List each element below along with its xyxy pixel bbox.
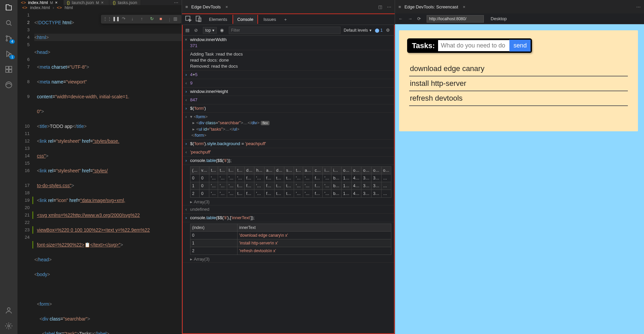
- devtools-titlebar: ≡ Edge DevTools × ◫ ⋯: [182, 0, 395, 13]
- sidebar-toggle-icon[interactable]: ▤: [185, 28, 191, 33]
- console-toolbar: ▤ ⊘ top▾ ◉ Default levels▾ ⬤1 ⚙: [182, 25, 395, 36]
- close-icon[interactable]: ×: [225, 4, 228, 9]
- devtools-title: Edge DevTools: [191, 4, 221, 9]
- screencast-panel: ≡ Edge DevTools: Screencast × ⋯ ← → ⟳ De…: [395, 0, 644, 334]
- code-editor[interactable]: 12345 67 8 9 10111213141516 171819202122…: [17, 10, 182, 334]
- svg-point-1: [6, 36, 7, 37]
- settings-gear-icon[interactable]: ⚙: [386, 28, 391, 33]
- forward-icon[interactable]: →: [408, 16, 413, 21]
- add-tab-icon[interactable]: ＋: [283, 16, 288, 23]
- debug-toolbar: ⋮⋮ ❚❚ ↷ ↓ ↑ ↻ ■ | ▥: [101, 15, 181, 24]
- more-icon[interactable]: ⋯: [636, 4, 641, 9]
- activity-bar: 4 1: [0, 0, 17, 334]
- tab-console[interactable]: Console: [232, 15, 258, 24]
- list-icon: ≡: [185, 4, 188, 9]
- device-toggle-icon[interactable]: [195, 15, 201, 24]
- code-content[interactable]: <!DOCTYPE html> <html> <head> <meta char…: [34, 10, 182, 334]
- scm-badge: 4: [9, 39, 15, 44]
- settings-gear-icon[interactable]: [5, 322, 13, 330]
- tasks-list: download edge canary install http-server…: [407, 62, 630, 106]
- debug-badge: 1: [9, 55, 15, 59]
- screencast-navbar: ← → ⟳ Desktop: [395, 13, 644, 24]
- chevron-right-icon[interactable]: ▸: [192, 127, 195, 132]
- devtools-tabs: Elements Console Issues ＋: [182, 13, 395, 25]
- svg-rect-13: [196, 16, 200, 21]
- tasks-label: Tasks:: [408, 40, 438, 52]
- screencast-viewport: Tasks: download edge canary install http…: [395, 24, 644, 334]
- edge-tools-icon[interactable]: [5, 81, 13, 89]
- svg-point-11: [8, 325, 10, 327]
- console-body[interactable]: ×window.innerWidth371 Adding Task :read …: [182, 36, 395, 334]
- list-icon: ≡: [398, 4, 401, 9]
- svg-rect-8: [9, 70, 12, 72]
- explorer-icon[interactable]: [5, 3, 13, 11]
- issue-count[interactable]: ⬤1: [375, 28, 383, 33]
- restart-icon[interactable]: ↻: [150, 16, 156, 22]
- send-button[interactable]: [509, 40, 531, 52]
- line-gutter: 12345 67 8 9 10111213141516 171819202122…: [17, 10, 34, 334]
- svg-rect-5: [6, 66, 8, 69]
- list-item[interactable]: refresh devtools: [409, 91, 628, 106]
- step-into-icon[interactable]: ↓: [131, 16, 137, 22]
- editor-group: <> index.html M × {} launch.json M × {} …: [17, 0, 182, 334]
- console-table-1: (…v…t…t…l…t…d…h…a…d…s…t…a…c…i…i…o…o…o…o……: [190, 166, 391, 198]
- svg-point-3: [10, 38, 11, 39]
- chevron-right-icon: ›: [52, 5, 54, 10]
- console-table-2: (index)innerText 0'download edge canary\…: [190, 224, 391, 255]
- log-levels-select[interactable]: Default levels▾: [344, 28, 371, 33]
- devtools-launch-icon[interactable]: ▥: [173, 16, 179, 22]
- chevron-down-icon[interactable]: ▾: [190, 114, 192, 119]
- tab-label: index.html: [28, 0, 48, 5]
- extensions-icon[interactable]: [5, 65, 13, 73]
- breadcrumb[interactable]: <> index.html › <> html: [17, 5, 182, 10]
- inspect-icon[interactable]: [185, 15, 191, 24]
- run-debug-icon[interactable]: 1: [5, 50, 13, 58]
- list-item[interactable]: install http-server: [409, 76, 628, 91]
- drag-handle-icon[interactable]: ⋮⋮: [103, 16, 109, 22]
- tab-issues[interactable]: Issues: [259, 15, 280, 24]
- svg-rect-12: [186, 16, 190, 21]
- reload-icon[interactable]: ⟳: [417, 16, 423, 21]
- stop-icon[interactable]: ■: [159, 16, 166, 22]
- screencast-title: Edge DevTools: Screencast: [404, 4, 458, 9]
- back-icon[interactable]: ←: [398, 16, 404, 21]
- svg-point-0: [6, 21, 10, 25]
- svg-point-10: [7, 308, 10, 310]
- clear-console-icon[interactable]: ⊘: [194, 28, 200, 33]
- screencast-titlebar: ≡ Edge DevTools: Screencast × ⋯: [395, 0, 644, 13]
- tab-index-html[interactable]: <> index.html M ×: [17, 0, 64, 5]
- close-icon[interactable]: ×: [101, 0, 106, 5]
- live-expression-icon[interactable]: ◉: [220, 28, 225, 33]
- svg-point-2: [6, 40, 7, 41]
- tab-elements[interactable]: Elements: [205, 15, 231, 24]
- task-input[interactable]: [438, 40, 509, 51]
- chevron-down-icon: ▾: [369, 28, 371, 33]
- chevron-down-icon: ▾: [212, 28, 214, 33]
- flex-badge[interactable]: flex: [261, 121, 270, 125]
- svg-rect-7: [6, 70, 8, 72]
- pause-icon[interactable]: ❚❚: [112, 16, 118, 22]
- close-icon[interactable]: ×: [463, 4, 466, 9]
- devtools-panel: ≡ Edge DevTools × ◫ ⋯ Elements Console I…: [182, 0, 395, 334]
- tab-label: tasks.json: [118, 0, 137, 5]
- step-over-icon[interactable]: ↷: [122, 16, 128, 22]
- url-input[interactable]: [427, 15, 484, 23]
- search-icon[interactable]: [5, 19, 13, 27]
- source-control-icon[interactable]: 4: [5, 34, 13, 42]
- split-editor-icon[interactable]: ◫: [378, 4, 382, 9]
- close-icon[interactable]: ×: [55, 0, 60, 5]
- tab-overflow-icon[interactable]: ⋯: [171, 0, 182, 5]
- tab-launch-json[interactable]: {} launch.json M ×: [64, 0, 110, 5]
- searchbar: Tasks:: [407, 38, 532, 53]
- tab-label: launch.json: [72, 0, 94, 5]
- more-icon[interactable]: ⋯: [387, 4, 391, 9]
- list-item[interactable]: download edge canary: [409, 62, 628, 76]
- tab-tasks-json[interactable]: {} tasks.json: [109, 0, 141, 5]
- step-out-icon[interactable]: ↑: [141, 16, 147, 22]
- chevron-right-icon[interactable]: ▸: [192, 120, 195, 125]
- filter-input[interactable]: [229, 27, 341, 34]
- svg-rect-6: [9, 66, 12, 69]
- context-select[interactable]: top▾: [203, 27, 217, 34]
- accounts-icon[interactable]: [5, 306, 13, 314]
- todo-app: Tasks: download edge canary install http…: [399, 30, 638, 131]
